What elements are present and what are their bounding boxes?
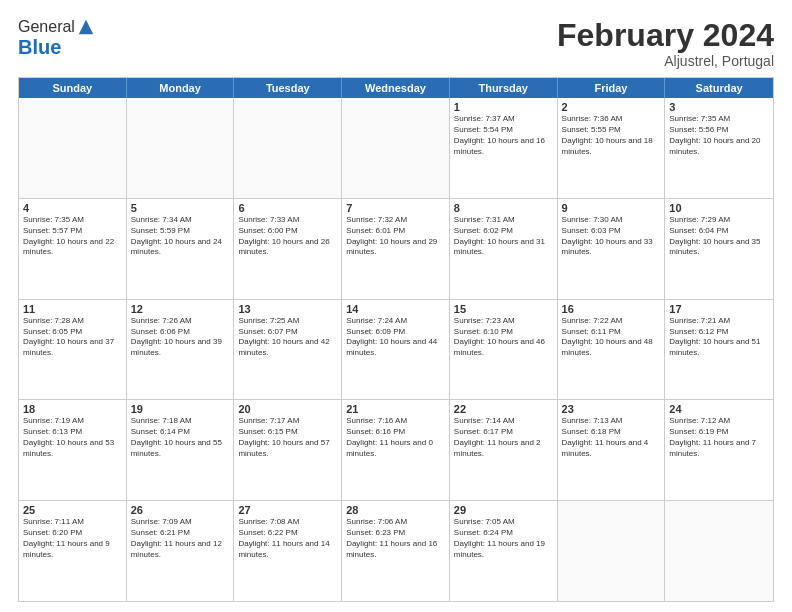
cell-info: Sunrise: 7:37 AMSunset: 5:54 PMDaylight:… bbox=[454, 114, 553, 157]
subtitle: Aljustrel, Portugal bbox=[557, 53, 774, 69]
day-number: 16 bbox=[562, 303, 661, 315]
day-number: 9 bbox=[562, 202, 661, 214]
day-number: 23 bbox=[562, 403, 661, 415]
cell-info: Sunrise: 7:24 AMSunset: 6:09 PMDaylight:… bbox=[346, 316, 445, 359]
day-number: 25 bbox=[23, 504, 122, 516]
calendar-cell: 2Sunrise: 7:36 AMSunset: 5:55 PMDaylight… bbox=[558, 98, 666, 198]
cell-info: Sunrise: 7:05 AMSunset: 6:24 PMDaylight:… bbox=[454, 517, 553, 560]
title-block: February 2024 Aljustrel, Portugal bbox=[557, 18, 774, 69]
calendar-header-cell: Wednesday bbox=[342, 78, 450, 98]
calendar-cell: 13Sunrise: 7:25 AMSunset: 6:07 PMDayligh… bbox=[234, 300, 342, 400]
cell-info: Sunrise: 7:06 AMSunset: 6:23 PMDaylight:… bbox=[346, 517, 445, 560]
calendar-cell: 29Sunrise: 7:05 AMSunset: 6:24 PMDayligh… bbox=[450, 501, 558, 601]
day-number: 18 bbox=[23, 403, 122, 415]
calendar-cell: 5Sunrise: 7:34 AMSunset: 5:59 PMDaylight… bbox=[127, 199, 235, 299]
calendar-cell: 12Sunrise: 7:26 AMSunset: 6:06 PMDayligh… bbox=[127, 300, 235, 400]
cell-info: Sunrise: 7:21 AMSunset: 6:12 PMDaylight:… bbox=[669, 316, 769, 359]
calendar-cell: 18Sunrise: 7:19 AMSunset: 6:13 PMDayligh… bbox=[19, 400, 127, 500]
day-number: 15 bbox=[454, 303, 553, 315]
calendar-header-cell: Sunday bbox=[19, 78, 127, 98]
cell-info: Sunrise: 7:19 AMSunset: 6:13 PMDaylight:… bbox=[23, 416, 122, 459]
calendar-cell: 11Sunrise: 7:28 AMSunset: 6:05 PMDayligh… bbox=[19, 300, 127, 400]
calendar-cell: 20Sunrise: 7:17 AMSunset: 6:15 PMDayligh… bbox=[234, 400, 342, 500]
cell-info: Sunrise: 7:23 AMSunset: 6:10 PMDaylight:… bbox=[454, 316, 553, 359]
calendar: SundayMondayTuesdayWednesdayThursdayFrid… bbox=[18, 77, 774, 602]
day-number: 22 bbox=[454, 403, 553, 415]
main-title: February 2024 bbox=[557, 18, 774, 53]
calendar-cell: 28Sunrise: 7:06 AMSunset: 6:23 PMDayligh… bbox=[342, 501, 450, 601]
calendar-cell bbox=[19, 98, 127, 198]
day-number: 13 bbox=[238, 303, 337, 315]
cell-info: Sunrise: 7:29 AMSunset: 6:04 PMDaylight:… bbox=[669, 215, 769, 258]
day-number: 4 bbox=[23, 202, 122, 214]
cell-info: Sunrise: 7:13 AMSunset: 6:18 PMDaylight:… bbox=[562, 416, 661, 459]
calendar-header-cell: Thursday bbox=[450, 78, 558, 98]
calendar-cell: 17Sunrise: 7:21 AMSunset: 6:12 PMDayligh… bbox=[665, 300, 773, 400]
day-number: 7 bbox=[346, 202, 445, 214]
day-number: 26 bbox=[131, 504, 230, 516]
day-number: 3 bbox=[669, 101, 769, 113]
day-number: 29 bbox=[454, 504, 553, 516]
calendar-cell: 8Sunrise: 7:31 AMSunset: 6:02 PMDaylight… bbox=[450, 199, 558, 299]
day-number: 14 bbox=[346, 303, 445, 315]
day-number: 24 bbox=[669, 403, 769, 415]
cell-info: Sunrise: 7:18 AMSunset: 6:14 PMDaylight:… bbox=[131, 416, 230, 459]
calendar-body: 1Sunrise: 7:37 AMSunset: 5:54 PMDaylight… bbox=[19, 98, 773, 601]
day-number: 27 bbox=[238, 504, 337, 516]
svg-marker-0 bbox=[79, 20, 93, 34]
calendar-row: 18Sunrise: 7:19 AMSunset: 6:13 PMDayligh… bbox=[19, 400, 773, 501]
cell-info: Sunrise: 7:12 AMSunset: 6:19 PMDaylight:… bbox=[669, 416, 769, 459]
calendar-row: 4Sunrise: 7:35 AMSunset: 5:57 PMDaylight… bbox=[19, 199, 773, 300]
logo-general-text: General bbox=[18, 18, 75, 36]
cell-info: Sunrise: 7:11 AMSunset: 6:20 PMDaylight:… bbox=[23, 517, 122, 560]
calendar-cell bbox=[342, 98, 450, 198]
cell-info: Sunrise: 7:22 AMSunset: 6:11 PMDaylight:… bbox=[562, 316, 661, 359]
cell-info: Sunrise: 7:08 AMSunset: 6:22 PMDaylight:… bbox=[238, 517, 337, 560]
cell-info: Sunrise: 7:36 AMSunset: 5:55 PMDaylight:… bbox=[562, 114, 661, 157]
calendar-cell: 19Sunrise: 7:18 AMSunset: 6:14 PMDayligh… bbox=[127, 400, 235, 500]
calendar-cell: 21Sunrise: 7:16 AMSunset: 6:16 PMDayligh… bbox=[342, 400, 450, 500]
cell-info: Sunrise: 7:17 AMSunset: 6:15 PMDaylight:… bbox=[238, 416, 337, 459]
cell-info: Sunrise: 7:09 AMSunset: 6:21 PMDaylight:… bbox=[131, 517, 230, 560]
cell-info: Sunrise: 7:14 AMSunset: 6:17 PMDaylight:… bbox=[454, 416, 553, 459]
calendar-cell: 23Sunrise: 7:13 AMSunset: 6:18 PMDayligh… bbox=[558, 400, 666, 500]
calendar-cell: 7Sunrise: 7:32 AMSunset: 6:01 PMDaylight… bbox=[342, 199, 450, 299]
day-number: 5 bbox=[131, 202, 230, 214]
day-number: 12 bbox=[131, 303, 230, 315]
page: General Blue February 2024 Aljustrel, Po… bbox=[0, 0, 792, 612]
calendar-cell: 16Sunrise: 7:22 AMSunset: 6:11 PMDayligh… bbox=[558, 300, 666, 400]
logo-icon bbox=[77, 18, 95, 36]
cell-info: Sunrise: 7:16 AMSunset: 6:16 PMDaylight:… bbox=[346, 416, 445, 459]
calendar-cell: 25Sunrise: 7:11 AMSunset: 6:20 PMDayligh… bbox=[19, 501, 127, 601]
cell-info: Sunrise: 7:34 AMSunset: 5:59 PMDaylight:… bbox=[131, 215, 230, 258]
day-number: 8 bbox=[454, 202, 553, 214]
calendar-row: 1Sunrise: 7:37 AMSunset: 5:54 PMDaylight… bbox=[19, 98, 773, 199]
logo-blue-text: Blue bbox=[18, 36, 61, 58]
calendar-cell: 14Sunrise: 7:24 AMSunset: 6:09 PMDayligh… bbox=[342, 300, 450, 400]
day-number: 21 bbox=[346, 403, 445, 415]
calendar-cell: 22Sunrise: 7:14 AMSunset: 6:17 PMDayligh… bbox=[450, 400, 558, 500]
logo: General Blue bbox=[18, 18, 95, 59]
calendar-cell bbox=[665, 501, 773, 601]
calendar-cell: 6Sunrise: 7:33 AMSunset: 6:00 PMDaylight… bbox=[234, 199, 342, 299]
cell-info: Sunrise: 7:30 AMSunset: 6:03 PMDaylight:… bbox=[562, 215, 661, 258]
cell-info: Sunrise: 7:28 AMSunset: 6:05 PMDaylight:… bbox=[23, 316, 122, 359]
calendar-cell bbox=[234, 98, 342, 198]
calendar-cell: 10Sunrise: 7:29 AMSunset: 6:04 PMDayligh… bbox=[665, 199, 773, 299]
cell-info: Sunrise: 7:33 AMSunset: 6:00 PMDaylight:… bbox=[238, 215, 337, 258]
header: General Blue February 2024 Aljustrel, Po… bbox=[18, 18, 774, 69]
calendar-cell: 27Sunrise: 7:08 AMSunset: 6:22 PMDayligh… bbox=[234, 501, 342, 601]
calendar-row: 25Sunrise: 7:11 AMSunset: 6:20 PMDayligh… bbox=[19, 501, 773, 601]
cell-info: Sunrise: 7:26 AMSunset: 6:06 PMDaylight:… bbox=[131, 316, 230, 359]
cell-info: Sunrise: 7:35 AMSunset: 5:56 PMDaylight:… bbox=[669, 114, 769, 157]
day-number: 1 bbox=[454, 101, 553, 113]
calendar-cell: 3Sunrise: 7:35 AMSunset: 5:56 PMDaylight… bbox=[665, 98, 773, 198]
calendar-header-cell: Monday bbox=[127, 78, 235, 98]
day-number: 17 bbox=[669, 303, 769, 315]
calendar-cell: 15Sunrise: 7:23 AMSunset: 6:10 PMDayligh… bbox=[450, 300, 558, 400]
cell-info: Sunrise: 7:25 AMSunset: 6:07 PMDaylight:… bbox=[238, 316, 337, 359]
calendar-cell: 1Sunrise: 7:37 AMSunset: 5:54 PMDaylight… bbox=[450, 98, 558, 198]
day-number: 11 bbox=[23, 303, 122, 315]
calendar-header-cell: Friday bbox=[558, 78, 666, 98]
cell-info: Sunrise: 7:32 AMSunset: 6:01 PMDaylight:… bbox=[346, 215, 445, 258]
